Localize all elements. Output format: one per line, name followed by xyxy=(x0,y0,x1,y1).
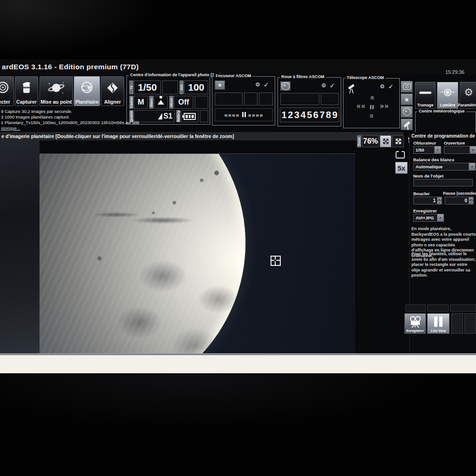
zoom-percent: 76% xyxy=(362,135,379,147)
settings-label: Paramètres xyxy=(458,103,476,108)
align-button[interactable]: Aligner xyxy=(101,76,124,106)
shutter-value[interactable]: 1/50 xyxy=(134,80,161,94)
pause-label: Pause (secondes) xyxy=(443,191,476,196)
filter-wheel-panel: Roue à filtres ASCOM ⚙ ✓ 123456789 xyxy=(278,77,341,126)
focuser-step-box xyxy=(244,93,258,106)
spin-up[interactable]: ▲ xyxy=(437,197,442,201)
status-log: 9 Capture 30,2 images par seconde. 3 100… xyxy=(1,109,211,131)
filter-connect-button[interactable]: ✓ xyxy=(330,82,335,89)
slew-south-button[interactable]: » xyxy=(368,114,376,119)
zoom-5x-button[interactable]: 5x xyxy=(395,162,408,174)
shutter-dropdown[interactable]: 1/50 ▼ xyxy=(413,146,441,154)
dropdown-arrow[interactable]: ▼ xyxy=(469,146,476,153)
telescope-settings-button[interactable]: ⚙ xyxy=(380,83,385,90)
film-canister-icon xyxy=(15,77,38,99)
record-label: Enregistrer xyxy=(406,329,423,333)
slew-east-button[interactable]: »» xyxy=(380,102,389,110)
settings-button[interactable]: ⚙ Paramètres xyxy=(460,82,476,109)
winding-road-icon xyxy=(101,77,124,99)
aperture-dropdown[interactable]: ▼ xyxy=(444,146,476,154)
dither-button[interactable]: Tramage xyxy=(415,82,436,109)
mirror-value[interactable]: Off xyxy=(174,96,193,109)
dropdown-arrow[interactable]: ▼ xyxy=(469,163,475,170)
loop-spinner[interactable]: 1 ▲▼ xyxy=(413,197,442,205)
telescope-panel-title: Télescope ASCOM xyxy=(345,75,385,80)
filter-wheel-button[interactable] xyxy=(280,81,291,91)
focus-out-chevrons[interactable]: »»»» xyxy=(248,112,264,119)
filter-shortcut-button[interactable] xyxy=(401,106,413,118)
telescope-shortcut-button[interactable] xyxy=(401,119,413,130)
pause-spinner[interactable]: 0 ▲▼ xyxy=(445,197,474,205)
spin-up[interactable]: ▲ xyxy=(469,197,473,201)
zoom-frame-button[interactable] xyxy=(394,150,406,160)
focuser-stop-button[interactable] xyxy=(242,111,246,119)
spin-down[interactable]: ▼ xyxy=(469,201,473,205)
dropdown-arrow[interactable]: ▼ xyxy=(437,214,443,221)
zoom-chip: Zoom xyxy=(357,135,361,147)
focuser-position-box xyxy=(215,93,243,106)
slew-stop-button[interactable] xyxy=(370,103,374,111)
focuser-settings-button[interactable]: ⚙ xyxy=(255,81,260,88)
full-size-button[interactable] xyxy=(392,135,404,147)
filter-wheel-icon xyxy=(282,82,290,90)
capture-button[interactable]: Capturer xyxy=(15,76,38,106)
filter-settings-button[interactable]: ⚙ xyxy=(321,82,326,89)
object-name-input[interactable] xyxy=(413,179,473,186)
gear-icon: ⚙ xyxy=(380,83,385,90)
resize-arrows-icon xyxy=(395,138,402,145)
log-line: 1 Planetary_Tv150s_100iso_1200x800_20230… xyxy=(1,120,211,126)
light-label: Lumière xyxy=(440,103,455,108)
star-icon: ★ xyxy=(218,82,223,88)
weather-panel-title: Centre météorologique xyxy=(417,109,466,113)
blanc-chip: Blanc xyxy=(149,96,153,109)
dropdown-arrow[interactable]: ▼ xyxy=(434,146,441,153)
liveview-button[interactable]: Live View xyxy=(427,313,450,334)
mode-value[interactable]: M xyxy=(134,96,148,109)
check-icon: ✓ xyxy=(388,83,394,90)
weather-panel: Centre météorologique xyxy=(415,112,476,133)
photo-stage: ardEOS 3.1.16 - Edition premium (77D) 15… xyxy=(0,0,476,476)
planet-globe-icon xyxy=(74,77,99,99)
connect-label: necter xyxy=(0,99,10,106)
laptop-screen: ardEOS 3.1.16 - Edition premium (77D) 15… xyxy=(0,60,476,374)
camera-shortcut-button[interactable] xyxy=(401,81,413,93)
capture-slot xyxy=(450,304,476,311)
light-button[interactable]: Lumière xyxy=(437,82,458,109)
planetary-button[interactable]: Planétaire xyxy=(74,76,100,106)
align-label: Aligner xyxy=(104,99,121,106)
record-button[interactable]: Enregistrer xyxy=(404,313,426,334)
shutter-label: Obturateur xyxy=(413,140,436,145)
spin-down[interactable]: ▼ xyxy=(437,201,442,205)
focuser-connect-button[interactable]: ✓ xyxy=(264,81,269,88)
history-link[interactable]: storique... xyxy=(1,126,211,131)
filter-slot-numbers[interactable]: 123456789 xyxy=(280,107,339,122)
slew-west-button[interactable]: «« xyxy=(357,102,366,110)
focuser-move-controls[interactable]: «««« »»»» xyxy=(215,108,273,121)
focus-in-chevrons[interactable]: «««« xyxy=(225,112,240,119)
zoom-crosshair-cursor[interactable] xyxy=(271,256,281,266)
image-viewer[interactable] xyxy=(40,153,355,354)
telescope-connect-button[interactable]: ✓ xyxy=(388,83,394,90)
fit-screen-button[interactable] xyxy=(380,135,391,147)
focus-button[interactable]: Mise au point xyxy=(40,76,73,106)
focuser-preset-button[interactable]: ★ xyxy=(215,80,225,90)
white-balance-dropdown[interactable]: Automatique ▼ xyxy=(413,163,476,171)
log-line: 9 Capture 30,2 images par seconde. xyxy=(1,109,211,114)
iso-value[interactable]: 100 xyxy=(184,80,208,94)
connect-button[interactable]: necter xyxy=(0,76,14,106)
log-line: 3 1000 images planétaires capturé. xyxy=(1,114,211,120)
title-bar: ardEOS 3.1.16 - Edition premium (77D) xyxy=(0,60,476,74)
left-gutter xyxy=(0,140,40,353)
camera-panel-title: Centre d'information de l'appareil photo… xyxy=(129,73,222,77)
app-clock: 15:29:36 xyxy=(445,69,464,75)
focuser-shortcut-button[interactable]: ★ xyxy=(401,93,413,105)
slew-north-button[interactable]: » xyxy=(368,95,376,100)
movie-camera-icon xyxy=(408,314,422,329)
white-balance-cell[interactable] xyxy=(154,96,168,109)
cadran-chip: Cadran xyxy=(129,96,133,109)
save-format-dropdown[interactable]: AVI+JPG ▼ xyxy=(413,214,444,222)
planetary-tip-text: Pour les planètes, utiliser le zoom 5x a… xyxy=(411,251,476,278)
capture-panel-title: Centre de programmation de capture plan xyxy=(411,133,476,139)
telescope-icon xyxy=(403,121,410,127)
liveview-label: Live View xyxy=(431,329,446,333)
